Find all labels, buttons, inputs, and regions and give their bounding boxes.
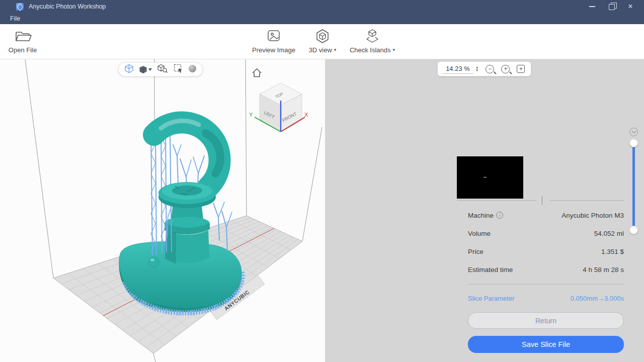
minimize-icon	[589, 6, 595, 7]
zoom-in-button[interactable]: +	[501, 65, 510, 73]
main-toolbar: Open File Preview Image 3D view▾	[0, 24, 644, 59]
restore-icon	[609, 4, 614, 9]
model-disc	[158, 182, 216, 208]
layer-slider-collapse-button[interactable]	[629, 128, 638, 136]
collapse-preview-button[interactable]	[542, 196, 549, 203]
check-islands-label: Check Islands	[350, 46, 391, 54]
caret-down-icon: ▾	[393, 48, 395, 52]
zoom-value-input[interactable]: 14.23 %	[442, 64, 473, 74]
spinner-down-icon[interactable]: ▼	[475, 69, 478, 72]
slice-parameter-link[interactable]: Slice Parameter	[468, 295, 514, 302]
view-mode-toolbar	[118, 62, 203, 76]
menu-file[interactable]: File	[7, 14, 23, 23]
preview-image-button[interactable]: Preview Image	[252, 28, 296, 54]
3d-view-label: 3D view	[309, 46, 332, 54]
model-knob	[149, 257, 159, 267]
check-islands-button[interactable]: Check Islands▾	[349, 28, 395, 54]
3d-view-button[interactable]: 3D view▾	[305, 28, 340, 54]
close-icon: ×	[628, 3, 632, 11]
titlebar: Anycubic Photon Workshop × File	[0, 0, 644, 24]
model-knob-highlight	[150, 258, 154, 261]
restore-button[interactable]	[602, 0, 621, 13]
machine-row: Machine i Anycubic Photon M3	[468, 208, 624, 223]
home-view-button[interactable]	[250, 66, 263, 79]
axis-x-label: X	[304, 112, 308, 118]
slice-parameter-value: 0.050mm→3.000s	[571, 295, 624, 302]
volume-label: Volume	[468, 230, 491, 237]
model-3d[interactable]	[119, 121, 243, 313]
zoom-spinner[interactable]: ▲ ▼	[475, 66, 478, 72]
zoom-out-icon: −	[488, 65, 492, 72]
preview-image-label: Preview Image	[252, 46, 295, 54]
price-label: Price	[468, 248, 484, 255]
chevron-down-icon	[631, 129, 635, 133]
info-icon[interactable]: i	[496, 212, 503, 219]
zoom-out-button[interactable]: −	[486, 65, 494, 73]
dashed-divider	[468, 284, 624, 285]
estimated-time-label: Estimated time	[468, 266, 513, 274]
return-button[interactable]: Return	[468, 312, 624, 329]
price-row: Price 1.351 $	[468, 244, 624, 259]
zoom-control: 14.23 % ▲ ▼ − + +	[437, 61, 531, 76]
save-slice-file-button[interactable]: Save Slice File	[468, 336, 624, 353]
wireframe-view-icon[interactable]	[124, 64, 134, 75]
volume-value: 54.052 ml	[594, 230, 624, 237]
divider-line-left	[457, 200, 536, 201]
check-islands-icon	[364, 28, 380, 45]
minimize-button[interactable]	[583, 0, 602, 13]
fit-plus-icon: +	[519, 65, 523, 72]
3d-view-icon	[315, 28, 330, 45]
caret-down-icon: ▾	[334, 48, 337, 52]
axis-y-label: Y	[249, 112, 253, 118]
open-file-button[interactable]: Open File	[7, 28, 38, 54]
view-cube-gizmo[interactable]: TOP LEFT FRONT Y X	[249, 83, 308, 132]
select-region-icon[interactable]	[174, 64, 183, 75]
machine-value: Anycubic Photon M3	[561, 212, 624, 219]
estimated-time-value: 4 h 58 m 28 s	[583, 266, 624, 274]
sphere-view-icon[interactable]	[188, 64, 197, 75]
layer-slider-handle-top[interactable]	[629, 139, 638, 147]
app-logo-icon	[16, 3, 24, 11]
close-button[interactable]: ×	[621, 0, 640, 13]
viewport-3d[interactable]: ANYCUBIC	[0, 59, 325, 362]
app-title: Anycubic Photon Workshop	[29, 3, 106, 10]
open-file-label: Open File	[9, 46, 37, 54]
fit-view-button[interactable]: +	[517, 65, 525, 73]
divider-line-right	[549, 200, 624, 201]
open-folder-icon	[14, 28, 32, 45]
model-ring	[154, 121, 220, 187]
volume-row: Volume 54.052 ml	[468, 226, 624, 241]
slice-preview-panel: 14.23 % ▲ ▼ − + + – Machine i Anyc	[325, 59, 644, 362]
chevron-down-icon	[542, 196, 542, 205]
image-icon	[266, 28, 281, 45]
price-value: 1.351 $	[601, 248, 624, 255]
machine-label: Machine	[468, 212, 494, 219]
layer-slider-handle-bottom[interactable]	[629, 226, 638, 234]
zoom-in-icon: +	[504, 65, 507, 72]
inspect-model-icon[interactable]	[157, 64, 168, 75]
layer-preview-thumbnail: –	[457, 156, 523, 199]
layer-preview-dash: –	[484, 175, 487, 178]
estimated-time-row: Estimated time 4 h 58 m 28 s	[468, 262, 624, 277]
home-icon	[251, 67, 263, 78]
layer-range-track[interactable]	[632, 145, 635, 229]
solid-view-dropdown[interactable]	[139, 65, 152, 74]
